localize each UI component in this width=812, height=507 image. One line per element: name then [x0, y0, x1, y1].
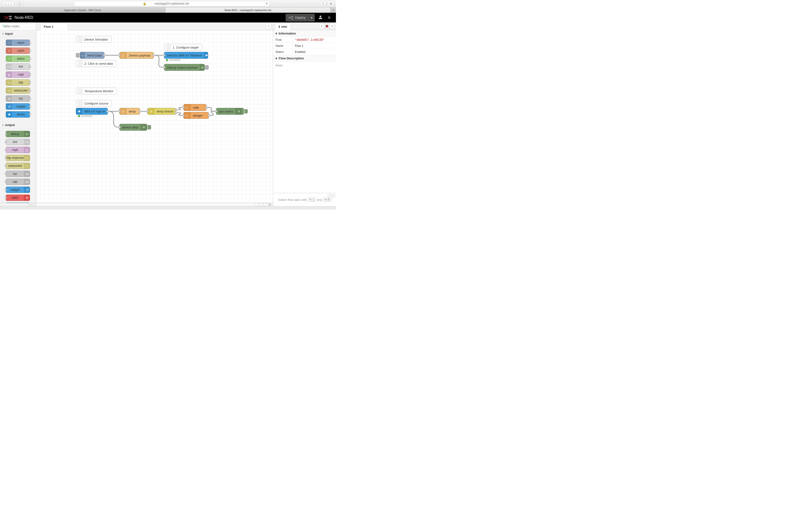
node-port[interactable] [29, 58, 31, 60]
flow-node-cpu-status[interactable]: cpu status≡ [216, 108, 244, 115]
node-port[interactable] [29, 42, 31, 44]
node-port[interactable] [29, 106, 31, 107]
url-bar[interactable]: 🔒 myiotapp2h.mybluemix.net ↻ [74, 1, 270, 6]
comment-node[interactable]: Configure source [76, 100, 112, 107]
flow-node-device-data[interactable]: device data≡ [119, 124, 147, 131]
wire[interactable] [109, 111, 118, 127]
back-button[interactable]: ‹ [2, 1, 8, 6]
sidebar-debug-button[interactable]: 🐞 [324, 23, 329, 29]
flow-node-danger[interactable]: {danger [184, 112, 209, 119]
palette-category-input[interactable]: ▾input [0, 31, 36, 37]
palette-node-udp[interactable]: udp⇄ [6, 179, 30, 185]
flow-node-debug-output-payload[interactable]: Debug output payload≡ [164, 64, 205, 71]
node-input-port[interactable] [183, 114, 185, 117]
comment-node[interactable]: Device Simulator [76, 36, 112, 43]
node-input-port[interactable] [163, 66, 165, 68]
node-output-port[interactable] [205, 107, 207, 109]
inject-button[interactable] [76, 53, 79, 57]
node-port[interactable] [5, 141, 7, 143]
node-output-port[interactable] [175, 109, 177, 111]
debug-toggle-button[interactable] [205, 65, 209, 69]
deploy-caret[interactable]: ▾ [309, 14, 314, 21]
debug-toggle-button[interactable] [148, 125, 151, 129]
debug-toggle-button[interactable] [244, 109, 248, 113]
flow-tab[interactable]: Flow 1 [40, 23, 68, 30]
node-port[interactable] [29, 98, 31, 100]
flow-node-ibm-iot-app-in[interactable]: ✱IBM IoT App In [76, 108, 108, 115]
node-port[interactable] [5, 189, 7, 191]
reload-icon[interactable]: ↻ [266, 2, 268, 5]
node-input-port[interactable] [215, 110, 217, 113]
node-port[interactable] [29, 113, 31, 115]
palette-node-http-response[interactable]: http response○ [6, 155, 30, 161]
sidebar-toggle-button[interactable] [17, 1, 24, 6]
palette-expand-button[interactable]: ▾ [32, 203, 35, 206]
node-input-port[interactable] [146, 110, 149, 113]
wire[interactable] [210, 111, 215, 115]
flow-node-temp[interactable]: ƒtemp [119, 108, 140, 115]
flow-node-temp-thresh[interactable]: ⤭temp thresh [147, 108, 176, 115]
tabs-button[interactable]: ⧉ [328, 1, 334, 6]
palette-collapse-button[interactable]: ▴ [28, 203, 31, 206]
node-port[interactable] [29, 81, 31, 83]
tips-close-button[interactable]: ✕ [332, 194, 335, 198]
node-port[interactable] [29, 74, 31, 75]
palette-node-link[interactable]: link⟶ [6, 139, 30, 145]
comment-node[interactable]: 1. Configure target [164, 44, 202, 51]
palette-node-mqtt[interactable]: ))mqtt [6, 71, 30, 78]
palette-node-debug[interactable]: debug≡ [6, 131, 30, 137]
browser-tab-node-red[interactable]: Node-RED : myiotapp2h.mybluemix.net [165, 7, 331, 12]
node-input-port[interactable] [118, 54, 120, 56]
node-input-port[interactable] [163, 54, 165, 56]
comment-node[interactable]: 2. Click to send data [76, 60, 116, 67]
node-port[interactable] [5, 157, 7, 159]
node-output-port[interactable] [139, 110, 141, 113]
node-port[interactable] [5, 197, 7, 199]
sidebar-tab-info[interactable]: ℹinfo [275, 23, 291, 30]
browser-tab-ibm-cloud[interactable]: Application Details - IBM Cloud [0, 7, 165, 12]
palette-node-link[interactable]: ⟶link [6, 63, 30, 70]
add-flow-button[interactable]: + [266, 23, 271, 29]
zoom-out-button[interactable]: − [255, 203, 259, 206]
wire[interactable] [155, 55, 163, 67]
zoom-reset-button[interactable]: ○ [259, 203, 263, 206]
tips-expand-button[interactable]: ⤢ [328, 194, 331, 198]
node-input-port[interactable] [118, 110, 120, 113]
node-output-port[interactable] [152, 54, 155, 56]
node-port[interactable] [29, 66, 31, 68]
palette-node-http[interactable]: ○http [6, 79, 30, 86]
wire[interactable] [208, 107, 215, 111]
wire[interactable] [177, 113, 182, 115]
palette-scroll[interactable]: ▾input→inject!catch!status⟶link))mqtt○ht… [0, 31, 36, 203]
palette-node-twilio[interactable]: twilio✆ [6, 194, 30, 201]
palette-category-output[interactable]: ▾output [0, 122, 36, 128]
palette-node-tcp[interactable]: ⇄tcp [6, 95, 30, 102]
palette-node-mqtt[interactable]: mqtt)) [6, 147, 30, 153]
view-map-button[interactable]: ▦ [268, 203, 272, 206]
comment-node[interactable]: Temperature Monitor [76, 88, 117, 95]
flow-node-send-data[interactable]: →Send Data [80, 52, 104, 59]
node-port[interactable] [5, 173, 7, 175]
palette-node-ibmiot[interactable]: ✱ibmiot [6, 111, 30, 118]
node-output-port[interactable] [208, 114, 210, 117]
deploy-button[interactable]: Deploy ▾ [286, 14, 315, 21]
palette-node-mqlight[interactable]: ↺mqlight [6, 103, 30, 110]
node-output-port[interactable] [175, 112, 177, 114]
node-port[interactable] [5, 181, 7, 183]
forward-button[interactable]: › [8, 1, 14, 6]
node-output-port[interactable] [107, 110, 109, 113]
palette-node-tcp[interactable]: tcp⇄ [6, 171, 30, 177]
node-port[interactable] [5, 149, 7, 151]
node-input-port[interactable] [118, 126, 120, 128]
node-port[interactable] [5, 133, 7, 135]
filter-nodes-input[interactable] [1, 24, 35, 29]
share-button[interactable]: ⇪ [320, 1, 326, 6]
node-port[interactable] [5, 165, 7, 167]
palette-node-inject[interactable]: →inject [6, 40, 30, 46]
menu-icon[interactable]: ≡ [326, 15, 332, 20]
section-information[interactable]: ▾Information [273, 30, 336, 37]
section-flow-description[interactable]: ▾Flow Description [273, 55, 336, 62]
flow-node-send-to-ibm-iot-platform[interactable]: Send to IBM IoT Platform✱ [164, 52, 208, 59]
node-port[interactable] [29, 50, 31, 52]
new-tab-button[interactable]: + [331, 7, 336, 12]
